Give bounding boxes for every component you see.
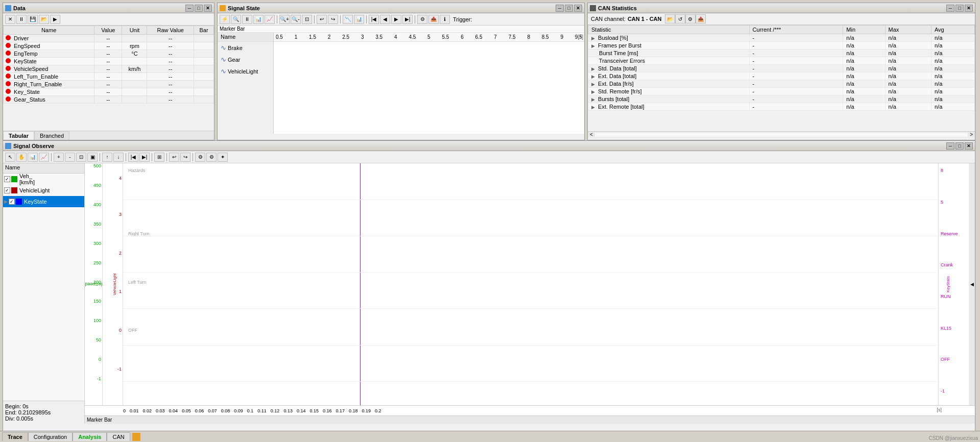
cs-close-btn[interactable]: ✕ [965, 5, 973, 12]
data-maximize-btn[interactable]: □ [195, 5, 203, 12]
ss-zoom-in-btn[interactable]: 🔍+ [279, 15, 290, 24]
so-signal-name-2: VehicleLight [19, 187, 50, 193]
ss-undo-btn[interactable]: ↩ [317, 15, 327, 24]
y-0: 0 [99, 357, 101, 362]
so-up-btn[interactable]: ↑ [102, 153, 112, 162]
so-settings3-btn[interactable]: ⚙ [206, 153, 217, 162]
status-tab-can[interactable]: CAN [107, 432, 130, 441]
row-icon [6, 51, 11, 56]
so-x-ticks-container: 00.010.020.030.040.050.060.070.080.090.1… [85, 406, 975, 415]
cs-export2-btn[interactable]: 📤 [696, 14, 706, 23]
row-icon [6, 96, 11, 102]
ss-chart-btn[interactable]: 📊 [253, 15, 264, 24]
so-zoom-all2-btn[interactable]: ⊡ [76, 153, 86, 162]
so-cb-2[interactable]: ✓ [4, 187, 10, 193]
cs-folder-btn[interactable]: 📂 [665, 14, 675, 23]
data-minimize-btn[interactable]: ─ [185, 5, 194, 12]
can-stats-titlebar: CAN Statistics ─ □ ✕ [588, 3, 975, 13]
ss-sep3 [340, 15, 341, 23]
ss-close-btn[interactable]: ✕ [574, 5, 582, 12]
so-undo2-btn[interactable]: ↩ [169, 153, 179, 162]
so-minimize-btn[interactable]: ─ [946, 142, 954, 150]
so-chart2-btn[interactable]: 📈 [39, 153, 49, 162]
data-save-btn[interactable]: 💾 [28, 15, 38, 24]
cs-col-max: Max [885, 26, 931, 34]
table-row: Driver [4, 35, 94, 42]
ss-export-btn[interactable]: 📤 [428, 15, 439, 24]
data-folder-btn[interactable]: 📂 [39, 15, 49, 24]
timeline-tick: 4 [394, 34, 397, 40]
data-add-btn[interactable]: ✕ [5, 15, 15, 24]
so-collapse-right[interactable]: ◀ [969, 163, 975, 405]
x-axis-tick: 0.06 [195, 408, 204, 413]
so-begin: Begin: 0s [5, 403, 82, 409]
so-redo2-btn[interactable]: ↪ [180, 153, 190, 162]
cs-minimize-btn[interactable]: ─ [946, 5, 954, 12]
expand-arrow: ▶ [591, 36, 595, 41]
vl-4: 4 [119, 176, 122, 181]
ss-bolt-btn[interactable]: ⚡ [220, 15, 230, 24]
ss-last-btn[interactable]: ▶| [402, 15, 413, 24]
status-tab-analysis[interactable]: Analysis [73, 432, 107, 441]
ss-info-btn[interactable]: ℹ [440, 15, 450, 24]
cs-settings2-btn[interactable]: ⚙ [685, 14, 696, 23]
so-extra-btn[interactable]: ✦ [218, 153, 228, 162]
so-settings2-btn[interactable]: ⚙ [195, 153, 205, 162]
ss-chart4-btn[interactable]: 📊 [354, 15, 364, 24]
x-axis-tick: 0.19 [362, 408, 371, 413]
cs-row-name: ▶ Ext. Data [total] [588, 72, 750, 80]
x-axis-tick: 0.2 [375, 408, 381, 413]
so-prev-btn[interactable]: |◀ [128, 153, 138, 162]
ss-step-fwd-btn[interactable]: ▶ [391, 15, 401, 24]
ss-maximize-btn[interactable]: □ [565, 5, 573, 12]
timeline-tick: 6 [461, 34, 464, 40]
so-next-btn[interactable]: ▶| [139, 153, 150, 162]
y-200: 200 [93, 280, 101, 285]
so-signal-panel: Name ✓ Veh_[km/h] ✓ VehicleLight ▶ ✓ Key… [3, 163, 85, 424]
timeline-tick: 1 [295, 34, 298, 40]
ks-hazards-label: Hazards [128, 168, 146, 173]
tab-branched[interactable]: Branched [34, 131, 69, 140]
so-hand-btn[interactable]: ✋ [16, 153, 27, 162]
cs-row-name: ▶ Std. Data [total] [588, 65, 750, 72]
ss-search-btn[interactable]: 🔍 [231, 15, 241, 24]
ss-chart2-btn[interactable]: 📈 [265, 15, 275, 24]
ss-chart3-btn[interactable]: 📉 [343, 15, 353, 24]
so-cb-1[interactable]: ✓ [4, 176, 10, 182]
so-cb-3[interactable]: ✓ [9, 199, 15, 205]
so-y-axis-left: VehicleSpeed 500 450 400 350 300 250 200… [85, 163, 103, 405]
cs-refresh-btn[interactable]: ↺ [675, 14, 685, 23]
status-tab-configuration[interactable]: Configuration [28, 432, 73, 441]
expand-arrow: ▶ [591, 43, 595, 48]
ss-step-back-btn[interactable]: ◀ [380, 15, 390, 24]
so-info-panel: Begin: 0s End: 0.21029895s Div: 0.005s [3, 401, 84, 424]
ss-prev-btn[interactable]: |◀ [369, 15, 379, 24]
data-forward-btn[interactable]: ▶ [50, 15, 60, 24]
cs-maximize-btn[interactable]: □ [955, 5, 964, 12]
ss-zoom-all-btn[interactable]: ⊡ [302, 15, 312, 24]
ss-pause-btn[interactable]: ⏸ [242, 15, 252, 24]
so-icon [5, 143, 11, 149]
ss-redo-btn[interactable]: ↪ [328, 15, 338, 24]
so-chart-btn[interactable]: 📊 [28, 153, 38, 162]
so-maximize-btn[interactable]: □ [955, 142, 964, 150]
ss-settings-btn[interactable]: ⚙ [417, 15, 427, 24]
so-zoom-out-btn[interactable]: - [65, 153, 75, 162]
data-pause-btn[interactable]: ⏸ [16, 15, 27, 24]
so-close-btn[interactable]: ✕ [965, 142, 973, 150]
so-cursor-btn[interactable]: ↖ [5, 153, 15, 162]
so-view-btn[interactable]: ⊞ [154, 153, 164, 162]
tab-tabular[interactable]: Tabular [3, 131, 34, 140]
so-select-btn[interactable]: ▣ [87, 153, 98, 162]
data-close-btn[interactable]: ✕ [204, 5, 212, 12]
signal-state-window: Signal State ─ □ ✕ ⚡ 🔍 ⏸ 📊 📈 🔍+ 🔍- ⊡ ↩ ↪… [217, 3, 585, 140]
ss-minimize-btn[interactable]: ─ [556, 5, 564, 12]
so-zoom-in-btn[interactable]: + [54, 153, 64, 162]
row-icon [6, 73, 11, 79]
ss-zoom-out-btn[interactable]: 🔍- [291, 15, 301, 24]
so-down-btn[interactable]: ↓ [113, 153, 124, 162]
so-plot-area: Hazards Right Turn Left Turn OFF KeyStat… [123, 163, 969, 405]
expand-arrow: ▶ [591, 97, 595, 102]
cs-scroll-area[interactable]: < > [588, 131, 975, 137]
status-tab-trace[interactable]: Trace [2, 432, 28, 441]
